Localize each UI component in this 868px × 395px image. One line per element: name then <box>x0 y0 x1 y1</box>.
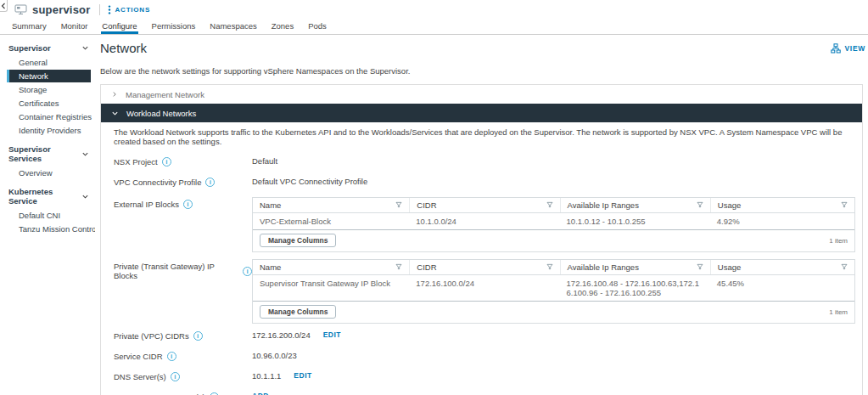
field-dns-servers: DNS Server(s) 10.1.1.1 EDIT <box>114 371 855 381</box>
cell-usage: 45.45% <box>710 275 854 301</box>
info-icon[interactable] <box>193 331 203 341</box>
title-row: Network VIEW <box>100 41 863 55</box>
info-icon[interactable] <box>167 352 176 361</box>
sidebar-item-certificates[interactable]: Certificates <box>7 97 91 110</box>
sidebar-item-default-cni[interactable]: Default CNI <box>7 209 91 222</box>
info-icon[interactable] <box>162 157 171 166</box>
external-ip-blocks-table: Name CIDR Available Ip Ranges Usage <box>252 197 855 252</box>
sidebar-section-supervisor-services: Supervisor Services Overview <box>7 143 91 179</box>
sidebar-group-supervisor-services[interactable]: Supervisor Services <box>7 143 91 165</box>
filter-icon[interactable] <box>546 200 553 210</box>
sidebar-item-network[interactable]: Network <box>7 70 91 82</box>
field-value: 10.96.0.0/23 <box>252 351 297 360</box>
cell-available-ip-ranges: 10.1.0.12 - 10.1.0.255 <box>560 213 710 229</box>
page-title: Network <box>100 41 147 55</box>
tab-pods[interactable]: Pods <box>307 20 328 34</box>
info-icon[interactable] <box>243 267 252 276</box>
tab-permissions[interactable]: Permissions <box>151 20 197 34</box>
column-label: CIDR <box>417 262 436 272</box>
accordion-label: Management Network <box>126 90 204 99</box>
accordion-management-network[interactable]: Management Network <box>101 85 862 104</box>
cell-usage: 4.92% <box>710 213 854 229</box>
view-topology-link[interactable]: VIEW <box>831 43 865 54</box>
sidebar-item-tanzu-mission-control[interactable]: Tanzu Mission Control <box>7 223 91 235</box>
cell-cidr: 10.1.0.0/24 <box>409 213 559 229</box>
topology-icon <box>831 43 841 54</box>
field-value: Default <box>252 156 277 166</box>
edit-link[interactable]: EDIT <box>294 371 311 380</box>
field-vpc-connectivity-profile: VPC Connectivity Profile Default VPC Con… <box>114 177 855 187</box>
edit-link[interactable]: EDIT <box>323 330 341 339</box>
field-label: External IP Blocks <box>114 197 252 209</box>
sidebar-items: Default CNI Tanzu Mission Control <box>7 209 91 235</box>
field-service-cidr: Service CIDR 10.96.0.0/23 <box>114 351 855 361</box>
tab-summary[interactable]: Summary <box>11 20 48 34</box>
manage-columns-button[interactable]: Manage Columns <box>260 305 336 319</box>
column-label: Available Ip Ranges <box>568 200 639 210</box>
manage-columns-button[interactable]: Manage Columns <box>260 234 336 247</box>
column-label: CIDR <box>417 200 436 210</box>
sidebar-item-general[interactable]: General <box>7 56 91 69</box>
cell-name: Supervisor Transit Gateway IP Block <box>253 275 409 301</box>
accordion-label: Workload Networks <box>126 109 196 118</box>
filter-icon[interactable] <box>697 262 703 272</box>
field-value: 172.16.200.0/24 <box>252 330 311 340</box>
field-api-server-dns-names: API Server DNS Name(s) ADD <box>114 392 855 395</box>
table-row[interactable]: Supervisor Transit Gateway IP Block 172.… <box>253 275 854 302</box>
transit-gateway-ip-blocks-table: Name CIDR Available Ip Ranges Usage <box>252 259 855 324</box>
info-icon[interactable] <box>171 372 180 381</box>
tab-bar: Summary Monitor Configure Permissions Na… <box>0 19 868 35</box>
field-label: Private (VPC) CIDRs <box>114 330 252 341</box>
workload-networks-body: The Workload Network supports traffic to… <box>101 122 862 395</box>
table-header: Name CIDR Available Ip Ranges Usage <box>253 198 854 213</box>
workload-description: The Workload Network supports traffic to… <box>114 127 855 146</box>
field-external-ip-blocks: External IP Blocks Name CIDR <box>114 197 855 252</box>
tab-namespaces[interactable]: Namespaces <box>209 20 257 34</box>
tab-monitor[interactable]: Monitor <box>60 20 89 34</box>
cell-cidr: 172.16.100.0/24 <box>409 275 559 301</box>
top-bar: supervisor ACTIONS <box>0 0 868 19</box>
chevron-down-icon <box>111 110 119 117</box>
table-footer: Manage Columns 1 item <box>253 302 854 323</box>
label-text: Private (VPC) CIDRs <box>114 331 189 341</box>
tab-configure[interactable]: Configure <box>101 20 137 34</box>
info-icon[interactable] <box>205 178 215 187</box>
filter-icon[interactable] <box>546 262 553 272</box>
actions-menu-button[interactable]: ACTIONS <box>108 5 150 14</box>
sidebar-item-storage[interactable]: Storage <box>7 83 91 96</box>
field-label: NSX Project <box>114 156 252 166</box>
column-header-available-ip-ranges: Available Ip Ranges <box>560 260 710 274</box>
view-label: VIEW <box>844 44 865 53</box>
collapse-pane-icon[interactable] <box>0 0 8 12</box>
sidebar-group-kubernetes-service[interactable]: Kubernetes Service <box>7 185 91 207</box>
topbar-divider <box>99 4 100 15</box>
field-label: DNS Server(s) <box>114 371 252 381</box>
field-nsx-project: NSX Project Default <box>114 156 855 166</box>
column-header-usage: Usage <box>710 260 854 274</box>
label-text: Service CIDR <box>114 352 163 361</box>
sidebar-item-container-registries[interactable]: Container Registries <box>7 110 91 123</box>
accordion-workload-networks[interactable]: Workload Networks <box>101 104 862 122</box>
sidebar-item-overview[interactable]: Overview <box>7 166 91 179</box>
tab-zones[interactable]: Zones <box>271 20 294 34</box>
sidebar-group-label: Kubernetes Service <box>8 187 81 206</box>
sidebar-item-identity-providers[interactable]: Identity Providers <box>7 124 91 137</box>
sidebar-items: General Network Storage Certificates Con… <box>7 56 91 137</box>
table-footer: Manage Columns 1 item <box>253 230 854 251</box>
sidebar-group-supervisor[interactable]: Supervisor <box>7 42 91 54</box>
filter-icon[interactable] <box>395 262 402 272</box>
filter-icon[interactable] <box>841 262 848 272</box>
sidebar-section-kubernetes-service: Kubernetes Service Default CNI Tanzu Mis… <box>7 185 91 235</box>
column-header-name: Name <box>253 260 409 274</box>
filter-icon[interactable] <box>395 200 402 210</box>
app-title: supervisor <box>32 3 90 16</box>
add-link[interactable]: ADD <box>252 392 269 395</box>
table-row[interactable]: VPC-External-Block 10.1.0.0/24 10.1.0.12… <box>253 213 854 230</box>
item-count: 1 item <box>829 237 848 245</box>
info-icon[interactable] <box>183 200 193 209</box>
filter-icon[interactable] <box>697 200 703 210</box>
column-header-available-ip-ranges: Available Ip Ranges <box>560 198 710 212</box>
filter-icon[interactable] <box>841 200 848 210</box>
column-header-usage: Usage <box>710 198 854 212</box>
column-header-cidr: CIDR <box>409 260 559 274</box>
